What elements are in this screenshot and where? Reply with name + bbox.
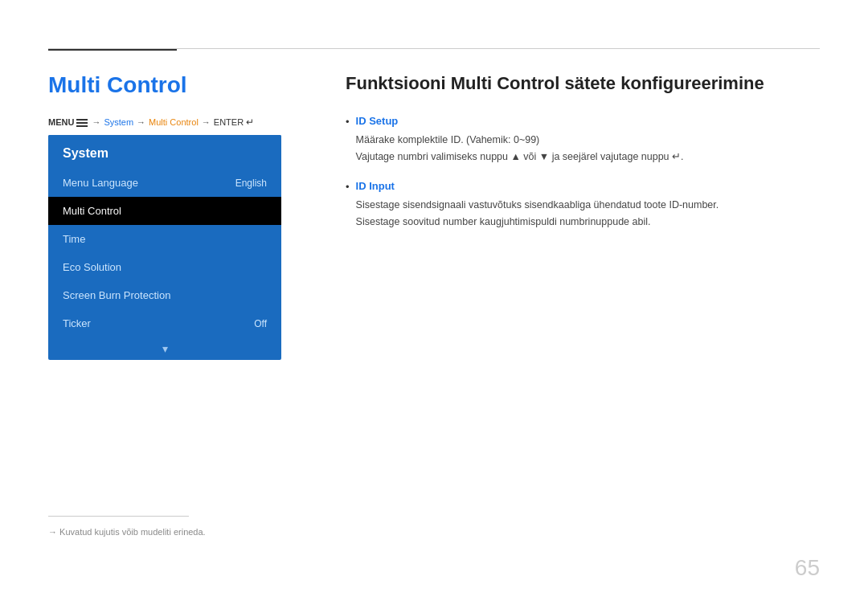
bottom-note: Kuvatud kujutis võib mudeliti erineda. (48, 527, 206, 537)
menu-item-ticker[interactable]: Ticker Off (48, 309, 281, 337)
menu-item-language-value: English (235, 178, 267, 189)
breadcrumb-system: System (104, 117, 133, 127)
section-id-setup-title: ID Setup (356, 115, 684, 127)
system-menu-header: System (48, 135, 281, 169)
menu-item-eco[interactable]: Eco Solution (48, 253, 281, 281)
breadcrumb-arrow-3: → (202, 117, 211, 127)
menu-item-ticker-value: Off (254, 318, 267, 329)
breadcrumb-multi-control: Multi Control (149, 117, 199, 127)
breadcrumb: MENU → System → Multi Control → ENTER ↵ (48, 116, 255, 128)
section-id-setup: • ID Setup Määrake komplektile ID. (Vahe… (346, 115, 820, 166)
section-id-input-bullet: • ID Input Sisestage sisendsignaali vast… (346, 180, 820, 231)
right-title: Funktsiooni Multi Control sätete konfigu… (346, 72, 820, 96)
right-content: Funktsiooni Multi Control sätete konfigu… (346, 72, 820, 246)
menu-item-screen-burn[interactable]: Screen Burn Protection (48, 281, 281, 309)
section-id-input: • ID Input Sisestage sisendsignaali vast… (346, 180, 820, 231)
menu-item-eco-label: Eco Solution (63, 261, 121, 273)
menu-item-screen-burn-label: Screen Burn Protection (63, 289, 170, 301)
menu-item-language[interactable]: Menu Language English (48, 169, 281, 197)
id-input-line-2: Sisestage soovitud number kaugjuhtimispu… (356, 214, 719, 231)
section-id-setup-content: Määrake komplektile ID. (Vahemik: 0~99) … (356, 132, 684, 166)
menu-item-multi-control[interactable]: Multi Control (48, 197, 281, 225)
section-id-input-title: ID Input (356, 180, 719, 192)
menu-item-ticker-label: Ticker (63, 317, 91, 329)
breadcrumb-menu-icon (76, 117, 88, 127)
bullet-dot-1: • (346, 116, 350, 128)
top-divider (48, 48, 820, 49)
section-id-setup-bullet: • ID Setup Määrake komplektile ID. (Vahe… (346, 115, 820, 166)
bottom-divider (48, 516, 189, 517)
id-setup-line-2: Vajutage numbri valimiseks nuppu ▲ või ▼… (356, 149, 684, 166)
page-title: Multi Control (48, 72, 187, 98)
chevron-down-icon[interactable]: ▾ (48, 337, 281, 360)
breadcrumb-menu: MENU (48, 117, 74, 127)
menu-item-time-label: Time (63, 233, 85, 245)
breadcrumb-arrow-1: → (92, 117, 100, 127)
id-input-line-1: Sisestage sisendsignaali vastuvõtuks sis… (356, 197, 719, 214)
breadcrumb-arrow-2: → (137, 117, 145, 127)
section-id-input-content: Sisestage sisendsignaali vastuvõtuks sis… (356, 197, 719, 231)
id-setup-line-1: Määrake komplektile ID. (Vahemik: 0~99) (356, 132, 684, 149)
bullet-dot-2: • (346, 181, 350, 193)
breadcrumb-enter: ENTER (214, 117, 244, 127)
menu-item-time[interactable]: Time (48, 225, 281, 253)
menu-item-multi-control-label: Multi Control (63, 205, 121, 217)
system-menu: System Menu Language English Multi Contr… (48, 135, 281, 360)
menu-item-language-label: Menu Language (63, 177, 138, 189)
page-number: 65 (795, 555, 820, 581)
enter-icon: ↵ (246, 116, 254, 128)
